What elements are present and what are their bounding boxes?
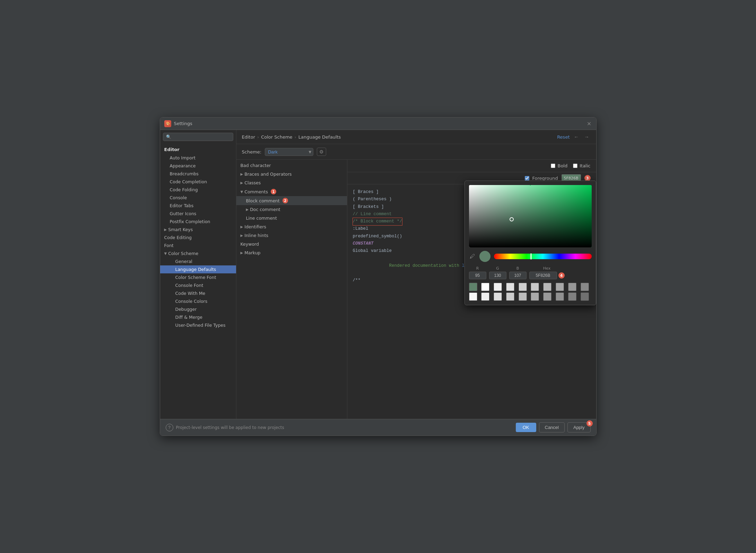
swatch-cell[interactable] (506, 283, 514, 291)
sidebar-item-debugger[interactable]: Debugger (160, 305, 236, 313)
tree-item-inline-hints[interactable]: ▶ Inline hints (236, 231, 347, 240)
tree-item-braces[interactable]: ▶ Braces and Operators (236, 170, 347, 178)
tree-item-comments[interactable]: ▼ Comments 1 (236, 187, 347, 196)
badge-4: 4 (558, 272, 565, 279)
swatch-cell[interactable] (581, 292, 589, 301)
sidebar-item-code-editing[interactable]: Code Editing (160, 234, 236, 242)
search-icon: 🔍 (166, 134, 171, 139)
color-swatches-grid (469, 283, 592, 301)
eyedropper-button[interactable]: 🖊 (469, 253, 476, 260)
swatch-cell[interactable] (531, 292, 539, 301)
swatch-cell[interactable] (519, 283, 527, 291)
g-input[interactable] (489, 272, 506, 279)
swatch-cell[interactable] (494, 283, 502, 291)
color-picker-overlay: 🖊 R (464, 181, 596, 305)
tree-item-bad-character[interactable]: Bad character (236, 161, 347, 170)
italic-label[interactable]: Italic (580, 163, 590, 168)
sidebar-item-general[interactable]: General (160, 257, 236, 265)
swatch-cell[interactable] (469, 283, 477, 291)
italic-checkbox[interactable] (573, 164, 577, 168)
sidebar-item-diff-merge[interactable]: Diff & Merge (160, 313, 236, 321)
sidebar-item-auto-import[interactable]: Auto Import (160, 154, 236, 162)
swatch-cell[interactable] (531, 283, 539, 291)
search-box[interactable]: 🔍 (163, 133, 233, 141)
sidebar-item-label: Smart Keys (168, 227, 193, 232)
scheme-select[interactable]: Dark Default High contrast (265, 148, 313, 156)
swatch-cell[interactable] (581, 283, 589, 291)
chevron-right-icon: ▶ (246, 208, 249, 211)
hex-input[interactable] (529, 272, 557, 279)
sidebar-item-appearance[interactable]: Appearance (160, 162, 236, 170)
rgb-row: R G B Hex (469, 266, 592, 279)
italic-checkbox-group: Italic (573, 163, 590, 168)
bold-label[interactable]: Bold (557, 163, 567, 168)
color-gradient[interactable] (469, 185, 592, 247)
sidebar-item-console-font[interactable]: Console Font (160, 281, 236, 289)
b-input[interactable] (509, 272, 527, 279)
tree-item-doc-comment[interactable]: ▶ Doc comment (236, 205, 347, 214)
chevron-down-icon: ▼ (164, 252, 167, 255)
breadcrumb-sep2: › (295, 134, 296, 140)
sidebar-item-smart-keys[interactable]: ▶ Smart Keys (160, 226, 236, 234)
sidebar-item-console-colors[interactable]: Console Colors (160, 297, 236, 305)
foreground-checkbox[interactable] (525, 176, 529, 181)
bold-checkbox[interactable] (551, 164, 555, 168)
tree-item-markup[interactable]: ▶ Markup (236, 248, 347, 257)
swatch-cell[interactable] (469, 292, 477, 301)
search-input[interactable] (173, 134, 230, 139)
sidebar-nav: Editor Auto Import Appearance Breadcrumb… (160, 144, 236, 419)
hue-bar[interactable] (494, 254, 592, 259)
sidebar-item-breadcrumbs[interactable]: Breadcrumbs (160, 170, 236, 178)
swatch-cell[interactable] (568, 292, 576, 301)
foreground-label[interactable]: Foreground (532, 176, 558, 181)
swatch-cell[interactable] (506, 292, 514, 301)
item-label: Comments (244, 189, 268, 194)
item-label: Keyword (241, 242, 259, 247)
tree-item-identifiers[interactable]: ▶ Identifiers (236, 222, 347, 231)
r-col: R (469, 266, 486, 279)
sidebar-item-console[interactable]: Console (160, 194, 236, 202)
chevron-right-icon: ▶ (164, 228, 167, 231)
sidebar-item-language-defaults[interactable]: Language Defaults (160, 265, 236, 273)
help-button[interactable]: ? (166, 424, 173, 431)
swatch-cell[interactable] (556, 283, 564, 291)
sidebar-item-label: Color Scheme (168, 251, 198, 256)
swatch-cell[interactable] (519, 292, 527, 301)
chevron-right-icon: ▶ (241, 172, 243, 176)
sidebar-item-color-scheme[interactable]: ▼ Color Scheme (160, 249, 236, 257)
gear-button[interactable]: ⚙ (317, 148, 326, 156)
swatch-cell[interactable] (568, 283, 576, 291)
tree-item-line-comment[interactable]: Line comment (236, 214, 347, 222)
tree-item-block-comment[interactable]: Block comment 2 (236, 196, 347, 205)
badge-2: 2 (283, 198, 288, 203)
green-indicator (528, 185, 532, 186)
sidebar-item-code-with-me[interactable]: Code With Me (160, 289, 236, 297)
swatch-cell[interactable] (543, 292, 551, 301)
tree-item-classes[interactable]: ▶ Classes (236, 178, 347, 187)
sidebar-item-postfix-completion[interactable]: Postfix Completion (160, 218, 236, 226)
swatch-cell[interactable] (494, 292, 502, 301)
swatch-cell[interactable] (481, 283, 489, 291)
swatch-cell[interactable] (556, 292, 564, 301)
sidebar-item-code-completion[interactable]: Code Completion (160, 178, 236, 186)
r-input[interactable] (469, 272, 486, 279)
reset-button[interactable]: Reset (557, 134, 570, 140)
cancel-button[interactable]: Cancel (539, 422, 565, 432)
sidebar-item-gutter-icons[interactable]: Gutter Icons (160, 210, 236, 218)
swatch-cell[interactable] (543, 283, 551, 291)
sidebar-item-font[interactable]: Font (160, 242, 236, 249)
bottom-bar: ? Project-level settings will be applied… (160, 419, 596, 436)
sidebar-item-editor-tabs[interactable]: Editor Tabs (160, 202, 236, 210)
breadcrumb-color-scheme: Color Scheme (261, 134, 292, 140)
sidebar-item-color-scheme-font[interactable]: Color Scheme Font (160, 273, 236, 281)
ok-button[interactable]: OK (516, 423, 536, 432)
sidebar-item-user-defined-file-types[interactable]: User-Defined File Types (160, 321, 236, 329)
close-button[interactable]: × (586, 121, 592, 126)
back-button[interactable]: ← (573, 133, 580, 140)
dialog-title: Settings (174, 121, 586, 126)
sidebar-item-code-folding[interactable]: Code Folding (160, 186, 236, 194)
b-col: B (509, 266, 527, 279)
swatch-cell[interactable] (481, 292, 489, 301)
tree-item-keyword[interactable]: Keyword (236, 240, 347, 248)
forward-button[interactable]: → (583, 133, 591, 140)
